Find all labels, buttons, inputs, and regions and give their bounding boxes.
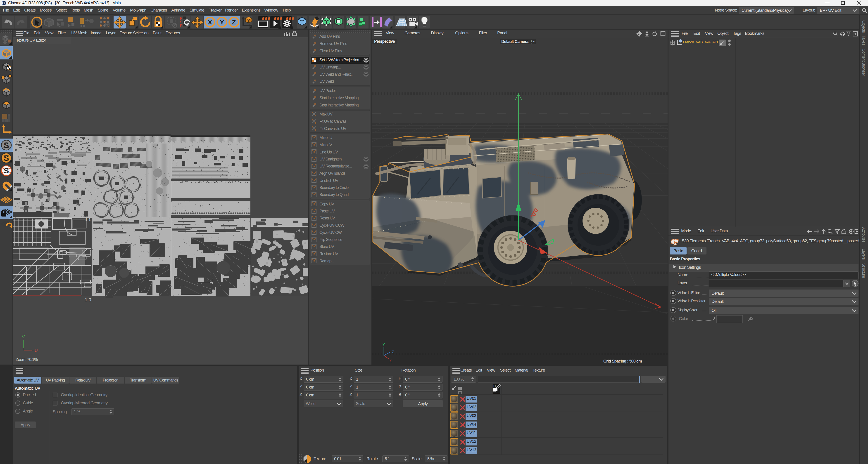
svg-text:1,0: 1,0 <box>85 297 91 302</box>
svg-text:Z: Z <box>232 19 236 26</box>
svg-text:Y: Y <box>220 19 224 26</box>
svg-text:R: R <box>180 24 183 28</box>
svg-text:Z: Z <box>392 350 394 354</box>
svg-text:V: V <box>22 334 25 339</box>
svg-text:U: U <box>35 348 38 353</box>
svg-text:X: X <box>208 19 212 26</box>
svg-text:X: X <box>389 359 392 363</box>
svg-text:1,1: 1,1 <box>85 218 91 222</box>
svg-text:Y: Y <box>382 343 385 347</box>
svg-text:S: S <box>4 141 9 150</box>
svg-text:S: S <box>4 154 9 162</box>
svg-text:S: S <box>4 166 9 175</box>
